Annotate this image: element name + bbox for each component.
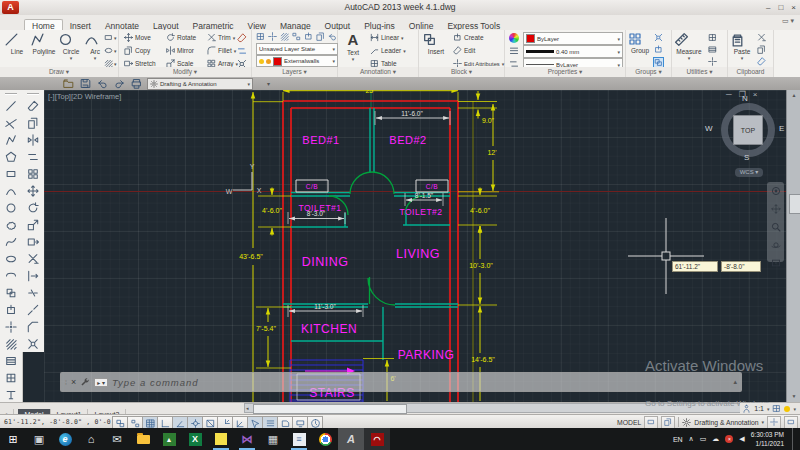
taskbar-store-icon[interactable]: ⌂ (78, 428, 104, 450)
layer-isolate-icon[interactable] (280, 32, 289, 41)
qat-more-icon[interactable]: ▾ (257, 78, 270, 89)
explode-icon[interactable] (24, 335, 42, 352)
rectangle-button[interactable]: ▾ (104, 33, 117, 42)
layer-prev-icon[interactable] (328, 32, 337, 41)
match-properties-icon[interactable] (757, 57, 766, 66)
open-icon[interactable] (62, 78, 75, 89)
create-block-icon[interactable] (2, 301, 20, 318)
polygon-icon[interactable] (2, 148, 20, 165)
annotation-scale-value[interactable]: 1:1 (754, 405, 764, 412)
quick-view-layouts-icon[interactable] (644, 416, 658, 429)
ribbon-minimize-icon[interactable]: ▭ ▾ (782, 17, 794, 25)
polyline-icon[interactable] (2, 131, 20, 148)
redo-icon[interactable] (113, 78, 126, 89)
language-indicator[interactable]: EN (673, 436, 683, 443)
scroll-up-icon[interactable]: ▲ (787, 90, 800, 101)
display-icon[interactable]: ▭ (700, 435, 707, 443)
stretch-icon[interactable] (24, 233, 42, 250)
taskbar-excel-icon[interactable]: X (182, 428, 208, 450)
taskbar-chrome-icon[interactable] (312, 428, 338, 450)
ungroup-icon[interactable] (654, 33, 663, 42)
close-button[interactable]: × (791, 1, 796, 14)
vertical-scrollbar-thumb[interactable] (789, 194, 800, 214)
mirror-icon[interactable] (24, 131, 42, 148)
nav-wheel-icon[interactable] (771, 182, 781, 200)
lineweight-dropdown[interactable]: 0.40 mm▾ (523, 45, 623, 58)
notification-error-icon[interactable]: × (725, 435, 733, 443)
ellipse-arc-icon[interactable] (2, 267, 20, 284)
show-desktop-button[interactable] (792, 428, 796, 450)
layer-properties-icon[interactable] (256, 32, 265, 41)
rotate-button[interactable]: Rotate (166, 33, 196, 42)
cleanscreen-icon[interactable] (784, 416, 798, 429)
model-space-label[interactable]: MODEL (617, 419, 641, 426)
taskbar-mail-icon[interactable]: ✉ (104, 428, 130, 450)
volume-icon[interactable]: ◀ (739, 435, 744, 443)
line-button[interactable]: Line (4, 32, 30, 55)
annotation-visibility-icon[interactable] (742, 404, 751, 413)
wcs-dropdown[interactable]: WCS ▾ (735, 168, 763, 177)
layer-state-dropdown[interactable]: Unsaved Layer State▾ (256, 43, 338, 55)
vertical-scrollbar[interactable]: ▲ ▼ (786, 90, 800, 402)
quick-select-icon[interactable] (708, 33, 717, 42)
command-grip[interactable]: ⁞ (65, 379, 67, 386)
annotation-bulb-icon[interactable] (784, 406, 790, 412)
scroll-left-icon[interactable]: ◂ (246, 404, 249, 412)
paste-button[interactable]: Paste▾ (730, 32, 754, 61)
annotation-auto-icon[interactable] (772, 404, 781, 413)
revision-cloud-icon[interactable] (2, 216, 20, 233)
undo-icon[interactable] (96, 78, 109, 89)
scale-icon[interactable] (24, 216, 42, 233)
showmotion-icon[interactable] (771, 254, 781, 272)
ellipse-icon[interactable] (2, 250, 20, 267)
clock[interactable]: 6:30:03 PM 1/11/2021 (751, 430, 784, 449)
array-icon[interactable] (24, 165, 42, 182)
trim-button[interactable]: Trim▾ (207, 33, 235, 42)
viewcube-top-face[interactable]: TOP (733, 115, 763, 145)
extend-icon[interactable] (24, 267, 42, 284)
insert-block-button[interactable]: Insert (422, 32, 450, 55)
command-customize-icon[interactable] (80, 373, 90, 391)
leader-button[interactable]: Leader▾ (370, 46, 406, 55)
plot-icon[interactable] (130, 78, 143, 89)
quick-calc-icon[interactable] (708, 45, 717, 54)
taskbar-calculator-icon[interactable]: ▦ (260, 428, 286, 450)
horizontal-scrollbar-thumb[interactable] (253, 404, 407, 414)
minimize-button[interactable]: – (766, 1, 770, 14)
orbit-icon[interactable] (771, 236, 781, 254)
scroll-down-icon[interactable]: ▼ (787, 391, 800, 402)
layer-off-icon[interactable] (268, 32, 277, 41)
polyline-button[interactable]: Polyline (30, 32, 58, 55)
chamfer-icon[interactable] (24, 318, 42, 335)
group-edit-icon[interactable] (654, 45, 663, 54)
tray-chevron-icon[interactable]: ∧ (689, 435, 694, 443)
id-point-icon[interactable] (708, 57, 717, 66)
command-expand-icon[interactable]: ▴ (733, 378, 737, 386)
quick-view-drawings-icon[interactable] (661, 416, 675, 429)
insert-block-icon[interactable] (2, 284, 20, 301)
layer-dropdown[interactable]: Externalwalls▾ (256, 55, 338, 67)
viewport-controls-label[interactable]: [-][Top][2D Wireframe] (48, 92, 121, 101)
circle-icon[interactable] (2, 199, 20, 216)
ellipse-button[interactable]: ▾ (104, 46, 117, 55)
offset-button[interactable] (237, 46, 247, 56)
erase-icon[interactable] (24, 97, 42, 114)
command-prompt[interactable]: Type a command (112, 377, 199, 388)
taskbar-acrobat-icon[interactable]: ◠ (364, 428, 390, 450)
pan-icon[interactable] (771, 200, 781, 218)
zoom-icon[interactable] (771, 218, 781, 236)
arc-button[interactable]: Arc▾ (84, 32, 106, 61)
fillet-button[interactable]: Fillet▾ (207, 46, 236, 55)
taskbar-edge-icon[interactable]: e (52, 428, 78, 450)
erase-button[interactable] (237, 33, 247, 43)
trim-icon[interactable] (24, 250, 42, 267)
taskbar-notepad-icon[interactable]: ≡ (286, 428, 312, 450)
measure-button[interactable]: Measure▾ (674, 32, 704, 61)
copy-button[interactable]: Copy (124, 46, 150, 55)
rectangle-icon[interactable] (2, 165, 20, 182)
workspace-switcher[interactable]: Drafting & Annotation▾ (147, 78, 253, 90)
linear-dimension-button[interactable]: Linear▾ (370, 33, 404, 42)
move-button[interactable]: Move (124, 33, 151, 42)
group-button[interactable]: Group (628, 32, 652, 54)
mirror-button[interactable]: Mirror (166, 46, 194, 55)
